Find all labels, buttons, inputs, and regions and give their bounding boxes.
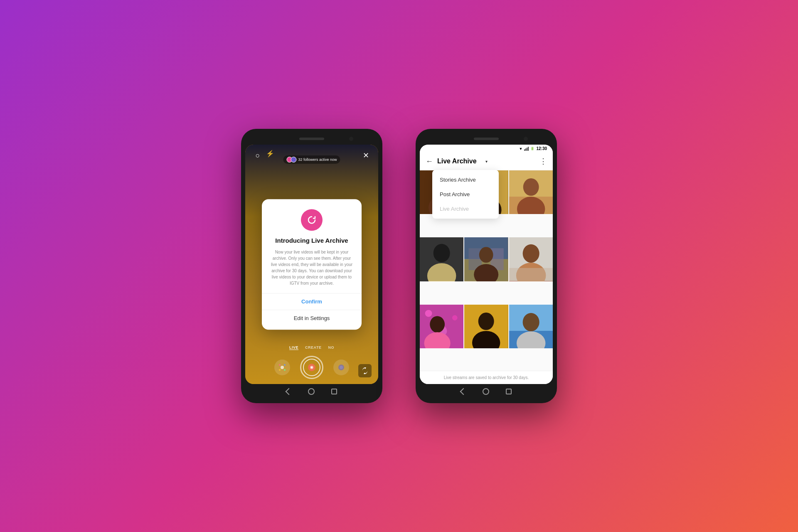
svg-point-41 xyxy=(478,313,494,330)
photo-9 xyxy=(509,305,553,348)
dropdown-post-archive[interactable]: Post Archive xyxy=(432,187,499,202)
back-nav-button[interactable] xyxy=(286,388,293,395)
svg-point-2 xyxy=(284,364,286,366)
grid-cell-3[interactable] xyxy=(509,170,553,214)
live-indicator xyxy=(308,364,315,371)
svg-point-38 xyxy=(430,316,445,332)
svg-point-6 xyxy=(311,367,313,368)
svg-point-17 xyxy=(523,178,539,196)
modal-body: Now your live videos will be kept in you… xyxy=(270,249,353,286)
modal-title: Introducing Live Archive xyxy=(270,236,353,245)
right-phone-screen: ▼ 🔋 12:30 ← Live Archive ▾ ⋮ xyxy=(420,145,553,384)
left-phone-screen: ○ 32 followers active now ✕ ⚡ Introducin… xyxy=(245,145,378,384)
flip-camera-button[interactable] xyxy=(358,364,372,377)
archive-header: ← Live Archive ▾ ⋮ Stories Archive Post … xyxy=(420,153,553,170)
dropdown-live-archive[interactable]: Live Archive xyxy=(432,202,499,216)
svg-point-8 xyxy=(340,366,343,369)
right-phone-top-bar xyxy=(420,133,553,145)
flash-icon: ⚡ xyxy=(266,150,274,158)
photo-5 xyxy=(464,237,508,281)
signal-icon xyxy=(524,147,529,151)
svg-rect-33 xyxy=(509,268,553,281)
modal-divider xyxy=(262,293,362,293)
settings-button[interactable]: Edit in Settings xyxy=(270,315,353,321)
photo-7 xyxy=(420,305,463,348)
svg-rect-19 xyxy=(509,197,553,214)
grid-cell-8[interactable] xyxy=(464,305,508,348)
grid-cell-6[interactable] xyxy=(509,237,553,281)
follower-dot-2 xyxy=(291,157,296,163)
more-options-button[interactable]: ⋮ xyxy=(539,157,547,166)
home-nav-button[interactable] xyxy=(308,388,315,395)
archive-footer: Live streams are saved to archive for 30… xyxy=(420,371,553,384)
svg-point-0 xyxy=(281,366,284,369)
svg-point-4 xyxy=(284,369,286,371)
status-time: 12:30 xyxy=(536,146,547,151)
svg-point-36 xyxy=(452,315,458,320)
svg-point-28 xyxy=(479,247,493,263)
shutter-inner xyxy=(303,359,320,376)
home-nav-button-right[interactable] xyxy=(483,388,489,395)
camera-tabs: LIVE CREATE NO xyxy=(245,345,378,350)
svg-point-1 xyxy=(279,364,281,366)
shutter-button[interactable] xyxy=(300,356,323,379)
right-phone: ▼ 🔋 12:30 ← Live Archive ▾ ⋮ xyxy=(416,129,557,403)
left-phone-nav xyxy=(245,384,378,399)
archive-dropdown-menu: Stories Archive Post Archive Live Archiv… xyxy=(432,170,499,219)
back-button[interactable]: ← xyxy=(426,157,433,166)
svg-point-35 xyxy=(425,310,432,317)
photo-3 xyxy=(509,170,553,214)
photo-8 xyxy=(464,305,508,348)
svg-point-31 xyxy=(522,244,539,263)
archive-title: Live Archive xyxy=(437,158,481,165)
wifi-icon: ▼ xyxy=(519,147,523,151)
tab-live[interactable]: LIVE xyxy=(289,345,298,350)
phone-speaker-right xyxy=(474,138,499,140)
tab-create[interactable]: CREATE xyxy=(305,345,321,350)
followers-text: 32 followers active now xyxy=(298,158,337,162)
dropdown-stories-archive[interactable]: Stories Archive xyxy=(432,172,499,187)
grid-cell-4[interactable] xyxy=(420,237,463,281)
phone-camera xyxy=(349,137,353,141)
grid-cell-9[interactable] xyxy=(509,305,553,348)
left-phone: ○ 32 followers active now ✕ ⚡ Introducin… xyxy=(241,129,382,403)
recents-nav-button-right[interactable] xyxy=(506,389,512,394)
phone-speaker xyxy=(299,138,324,140)
dropdown-arrow-icon[interactable]: ▾ xyxy=(485,159,488,164)
followers-badge: 32 followers active now xyxy=(283,155,340,164)
effects-button[interactable] xyxy=(274,360,290,375)
svg-rect-23 xyxy=(420,237,463,281)
status-bar: ▼ 🔋 12:30 xyxy=(420,145,553,153)
left-phone-top-bar xyxy=(245,133,378,145)
camera-bottom-bar: LIVE CREATE NO xyxy=(245,345,378,384)
phone-camera-right xyxy=(524,137,528,141)
photo-4 xyxy=(420,237,463,281)
gallery-button[interactable] xyxy=(333,360,349,375)
tab-normal[interactable]: NO xyxy=(328,345,334,350)
modal-divider-2 xyxy=(262,310,362,310)
modal-icon xyxy=(301,209,323,231)
recents-nav-button[interactable] xyxy=(331,389,337,394)
svg-point-3 xyxy=(279,369,281,371)
timer-icon: ○ xyxy=(252,150,264,161)
grid-cell-5[interactable] xyxy=(464,237,508,281)
battery-icon: 🔋 xyxy=(530,147,534,150)
live-archive-modal: Introducing Live Archive Now your live v… xyxy=(262,199,362,330)
photo-6 xyxy=(509,237,553,281)
right-phone-nav xyxy=(420,384,553,399)
live-top-icons: ○ 32 followers active now ✕ xyxy=(245,150,378,161)
back-nav-button-right[interactable] xyxy=(460,388,467,395)
confirm-button[interactable]: Confirm xyxy=(270,298,353,305)
follower-avatars xyxy=(286,157,296,163)
archive-screen: ▼ 🔋 12:30 ← Live Archive ▾ ⋮ xyxy=(420,145,553,384)
footer-text: Live streams are saved to archive for 30… xyxy=(444,375,529,380)
close-icon[interactable]: ✕ xyxy=(360,150,372,161)
svg-point-45 xyxy=(522,313,539,331)
grid-cell-7[interactable] xyxy=(420,305,463,348)
